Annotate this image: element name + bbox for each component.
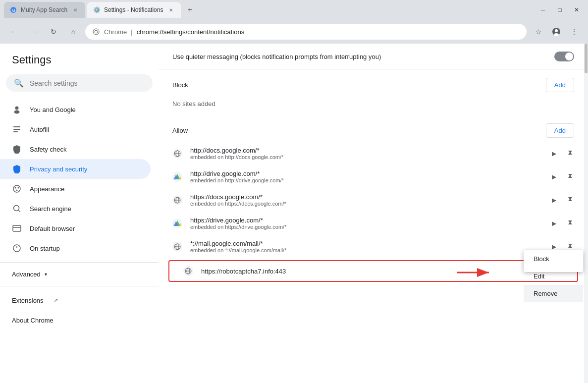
forward-button[interactable]: → [26, 24, 42, 40]
site-info-2: https://docs.google.com/* embedded on ht… [190, 193, 544, 207]
sidebar-item-autofill[interactable]: Autofill [0, 119, 151, 139]
context-edit[interactable]: Edit [524, 268, 583, 285]
settings-title: Settings [12, 54, 147, 66]
quieter-messaging-row: Use quieter messaging (blocks notificati… [159, 44, 588, 70]
svg-rect-10 [13, 129, 20, 130]
tab-close-settings[interactable]: ✕ [167, 6, 175, 14]
on-startup-icon [12, 243, 22, 253]
on-startup-label: On startup [30, 245, 60, 252]
sidebar-item-you-and-google[interactable]: You and Google [0, 100, 151, 119]
search-engine-icon [12, 204, 22, 214]
about-chrome-link[interactable]: About Chrome [0, 310, 159, 330]
search-icon: 🔍 [14, 78, 24, 88]
search-box[interactable]: 🔍 [6, 74, 153, 92]
maximize-button[interactable]: □ [552, 4, 567, 16]
site-ext-2[interactable] [564, 195, 574, 205]
url-chrome-label: Chrome [104, 28, 127, 36]
search-input[interactable] [30, 79, 145, 87]
svg-point-8 [14, 110, 20, 114]
site-entry-2: https://docs.google.com/* embedded on ht… [159, 188, 588, 212]
reload-button[interactable]: ↻ [46, 24, 61, 40]
allow-title: Allow [172, 127, 188, 134]
appearance-icon [12, 184, 22, 194]
site-info-1: http://drive.google.com/* embedded on ht… [190, 170, 544, 183]
allow-add-button[interactable]: Add [546, 123, 574, 138]
site-arrow-0[interactable]: ▶ [552, 150, 556, 157]
bookmark-button[interactable]: ☆ [531, 24, 546, 40]
close-button[interactable]: ✕ [569, 4, 584, 16]
site-ext-0[interactable] [564, 149, 574, 159]
extensions-link[interactable]: Extensions ↗ [0, 290, 159, 310]
svg-point-5 [555, 29, 558, 32]
safety-check-label: Safety check [30, 146, 66, 153]
site-arrow-2[interactable]: ▶ [552, 197, 556, 204]
advanced-arrow: ▾ [45, 272, 47, 277]
sidebar-item-safety-check[interactable]: Safety check [0, 139, 151, 159]
back-button[interactable]: ← [6, 24, 22, 40]
svg-point-7 [15, 107, 19, 110]
url-bar[interactable]: Chrome | chrome://settings/content/notif… [85, 24, 527, 40]
you-and-google-label: You and Google [30, 106, 76, 113]
tab-settings[interactable]: ⚙️ Settings - Notifications ✕ [87, 2, 181, 18]
block-add-button[interactable]: Add [546, 78, 574, 92]
account-button[interactable] [548, 24, 564, 40]
svg-point-6 [554, 33, 559, 36]
browser-content: Settings 🔍 You and Google Autofill [0, 44, 588, 383]
site-url-5: https://robotcaptcha7.info:443 [201, 268, 563, 275]
site-url-3: https://drive.google.com/* [190, 217, 544, 224]
advanced-label: Advanced [12, 271, 41, 278]
site-info-4: *://mail.google.com/mail/* embedded on *… [190, 240, 544, 253]
tab-multy[interactable]: M Multy App Search ✕ [4, 2, 85, 18]
site-ext-3[interactable] [564, 219, 574, 228]
menu-button[interactable]: ⋮ [566, 24, 582, 40]
quieter-messaging-toggle[interactable] [554, 52, 574, 61]
sidebar-item-default-browser[interactable]: Default browser [0, 219, 151, 238]
nav-divider-2 [0, 286, 159, 286]
url-separator: | [131, 28, 132, 36]
toggle-knob [565, 53, 573, 60]
sidebar-item-on-startup[interactable]: On startup [0, 238, 151, 258]
site-favicon-2 [172, 195, 182, 205]
site-favicon-3 [172, 219, 182, 228]
site-arrow-3[interactable]: ▶ [552, 220, 556, 227]
block-section-header: Block Add [159, 70, 588, 96]
site-entry-5-highlighted[interactable]: https://robotcaptcha7.info:443 [168, 260, 578, 282]
scrollbar-thumb[interactable] [585, 44, 588, 73]
site-info-3: https://drive.google.com/* embedded on h… [190, 217, 544, 230]
sidebar-item-appearance[interactable]: Appearance [0, 179, 151, 199]
site-arrow-4[interactable]: ▶ [552, 243, 556, 250]
site-entry-0: http://docs.google.com/* embedded on htt… [159, 142, 588, 165]
svg-point-3 [95, 30, 98, 33]
minimize-button[interactable]: ─ [535, 4, 550, 16]
site-url-0: http://docs.google.com/* [190, 147, 544, 154]
tab-title-settings: Settings - Notifications [104, 6, 163, 13]
context-block[interactable]: Block [524, 250, 583, 268]
search-engine-label: Search engine [30, 205, 71, 213]
safety-check-icon [12, 144, 22, 154]
context-remove[interactable]: Remove [524, 285, 583, 302]
title-bar: M Multy App Search ✕ ⚙️ Settings - Notif… [0, 0, 588, 20]
autofill-label: Autofill [30, 126, 49, 133]
tab-favicon-settings: ⚙️ [93, 6, 100, 13]
site-arrow-1[interactable]: ▶ [552, 173, 556, 180]
advanced-section[interactable]: Advanced ▾ [0, 267, 159, 282]
svg-point-14 [18, 187, 19, 189]
site-entry-1: http://drive.google.com/* embedded on ht… [159, 165, 588, 188]
sidebar-item-search-engine[interactable]: Search engine [0, 199, 151, 219]
scrollbar-track[interactable] [584, 44, 588, 383]
site-embedded-3: embedded on https://drive.google.com/* [190, 224, 544, 230]
home-button[interactable]: ⌂ [65, 24, 81, 40]
autofill-icon [12, 124, 22, 134]
tab-favicon-multy: M [10, 6, 17, 13]
quieter-messaging-label: Use quieter messaging (blocks notificati… [172, 53, 554, 60]
svg-point-16 [14, 206, 19, 211]
site-favicon-0 [172, 149, 182, 159]
svg-point-12 [13, 185, 20, 192]
site-ext-1[interactable] [564, 172, 574, 182]
site-url-4: *://mail.google.com/mail/* [190, 240, 544, 247]
site-info-5: https://robotcaptcha7.info:443 [201, 268, 563, 275]
sidebar-item-privacy-security[interactable]: Privacy and security [0, 159, 151, 179]
tab-close-multy[interactable]: ✕ [71, 6, 79, 14]
new-tab-button[interactable]: + [183, 3, 197, 17]
extensions-label: Extensions [12, 297, 44, 304]
